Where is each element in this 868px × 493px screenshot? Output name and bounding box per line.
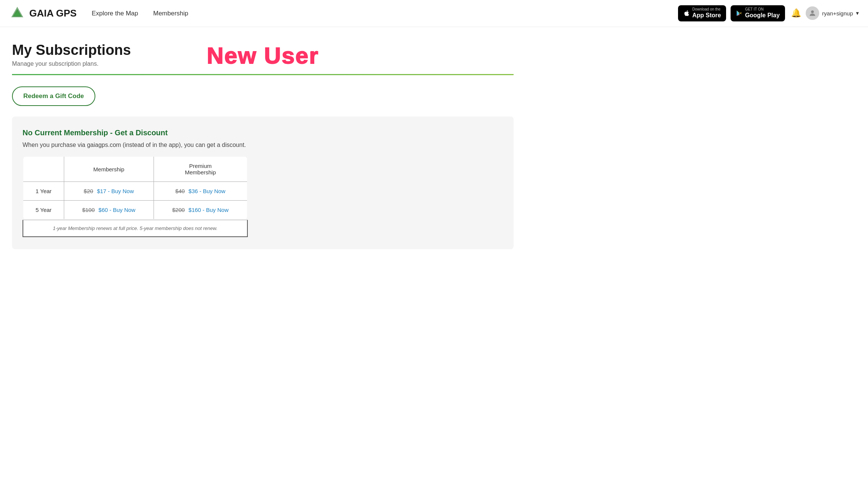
table-cell-membership-1: $100$60 - Buy Now [64,201,154,220]
apple-icon [683,9,690,17]
navbar: GAIA GPS Explore the Map Membership Down… [0,0,868,27]
bell-icon[interactable]: 🔔 [791,8,801,18]
google-play-main: Google Play [745,12,779,20]
table-cell-premium-1: $200$160 - Buy Now [154,201,247,220]
membership-buy-link-1[interactable]: $60 - Buy Now [98,207,135,213]
old-price: $40 [175,188,185,194]
pricing-table-wrapper: Membership Premium Membership 1 Year$20$… [23,156,248,237]
main-content: My Subscriptions Manage your subscriptio… [0,27,526,272]
table-cell-premium-0: $40$36 - Buy Now [154,182,247,201]
table-header-membership: Membership [64,156,154,182]
user-name: ryan+signup [822,10,853,17]
table-row: 1 Year$20$17 - Buy Now$40$36 - Buy Now [23,182,247,201]
page-header: My Subscriptions Manage your subscriptio… [12,42,514,67]
pricing-footer-note: 1-year Membership renews at full price. … [23,220,248,237]
table-header-premium: Premium Membership [154,156,247,182]
section-divider [12,74,514,75]
membership-card: No Current Membership - Get a Discount W… [12,116,514,249]
explore-map-link[interactable]: Explore the Map [92,10,138,17]
card-description: When you purchase via gaiagps.com (inste… [23,142,503,148]
old-price: $20 [84,188,93,194]
membership-link[interactable]: Membership [153,10,188,17]
google-play-sub: GET IT ON [745,7,779,12]
logo[interactable]: GAIA GPS [9,5,77,22]
table-cell-period: 5 Year [23,201,64,220]
nav-left: GAIA GPS Explore the Map Membership [9,5,188,22]
svg-point-3 [811,11,814,13]
card-title: No Current Membership - Get a Discount [23,129,503,137]
nav-right: Download on the App Store GET IT ON [678,5,859,21]
table-header-period [23,156,64,182]
avatar-icon [808,9,817,17]
google-play-button[interactable]: GET IT ON Google Play [731,5,785,21]
old-price: $100 [82,207,95,213]
user-dropdown-icon: ▾ [856,10,859,17]
table-cell-membership-0: $20$17 - Buy Now [64,182,154,201]
premium-buy-link-0[interactable]: $36 - Buy Now [188,188,225,194]
old-price: $200 [172,207,185,213]
user-avatar [806,6,819,20]
logo-icon [9,5,26,22]
pricing-table: Membership Premium Membership 1 Year$20$… [23,156,248,220]
google-play-icon [736,9,743,17]
premium-buy-link-1[interactable]: $160 - Buy Now [188,207,229,213]
app-store-sub: Download on the [692,7,721,12]
app-store-main: App Store [692,12,721,20]
logo-text: GAIA GPS [29,8,77,19]
new-user-badge: New User [207,42,319,69]
redeem-gift-code-button[interactable]: Redeem a Gift Code [12,86,95,106]
table-row: 5 Year$100$60 - Buy Now$200$160 - Buy No… [23,201,247,220]
table-cell-period: 1 Year [23,182,64,201]
app-store-button[interactable]: Download on the App Store [678,5,726,21]
user-menu-button[interactable]: ryan+signup ▾ [806,6,859,20]
membership-buy-link-0[interactable]: $17 - Buy Now [97,188,134,194]
